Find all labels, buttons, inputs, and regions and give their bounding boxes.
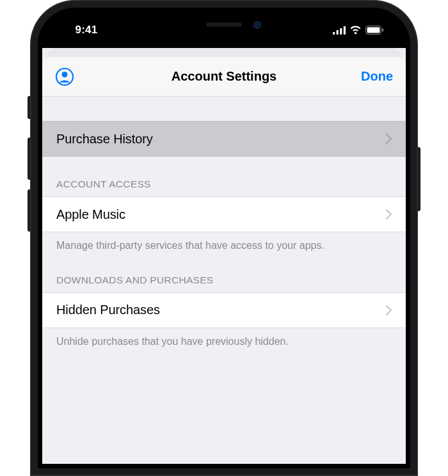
- chevron-right-icon: [386, 134, 392, 144]
- svg-rect-1: [337, 30, 339, 35]
- svg-rect-5: [367, 28, 380, 33]
- volume-up-button: [28, 138, 30, 180]
- page-title: Account Settings: [42, 69, 406, 84]
- done-button[interactable]: Done: [361, 69, 393, 84]
- cell-label: Purchase History: [56, 132, 153, 147]
- svg-rect-0: [333, 32, 335, 35]
- notch: [150, 12, 298, 36]
- phone-frame: 9:41: [30, 0, 418, 476]
- downloads-header: DOWNLOADS AND PURCHASES: [42, 253, 406, 292]
- svg-rect-6: [382, 29, 383, 32]
- mute-switch: [28, 96, 30, 119]
- svg-rect-3: [344, 26, 346, 35]
- svg-rect-2: [340, 28, 342, 35]
- profile-button[interactable]: [55, 67, 74, 86]
- chevron-right-icon: [386, 209, 392, 219]
- screen: 9:41: [42, 12, 406, 464]
- cell-label: Hidden Purchases: [56, 303, 160, 317]
- cell-label: Apple Music: [56, 207, 125, 222]
- downloads-footer: Unhide purchases that you have previousl…: [42, 328, 406, 349]
- status-icons: [333, 22, 384, 35]
- front-camera: [253, 21, 261, 29]
- apple-music-cell[interactable]: Apple Music: [42, 196, 406, 232]
- speaker-grille: [206, 22, 242, 27]
- account-access-footer: Manage third-party services that have ac…: [42, 232, 406, 253]
- chevron-right-icon: [386, 305, 392, 315]
- modal-sheet: Account Settings Done Purchase History A…: [42, 57, 406, 464]
- volume-down-button: [28, 189, 30, 232]
- account-access-header: ACCOUNT ACCESS: [42, 157, 406, 196]
- settings-list: Purchase History ACCOUNT ACCESS Apple Mu…: [42, 97, 406, 348]
- battery-icon: [365, 26, 384, 35]
- purchase-history-cell[interactable]: Purchase History: [42, 121, 406, 157]
- hidden-purchases-cell[interactable]: Hidden Purchases: [42, 292, 406, 328]
- nav-bar: Account Settings Done: [42, 57, 406, 97]
- wifi-icon: [349, 26, 362, 35]
- person-circle-icon: [55, 67, 74, 86]
- status-time: 9:41: [64, 20, 109, 36]
- svg-point-8: [62, 72, 68, 77]
- cellular-icon: [333, 26, 346, 35]
- power-button: [418, 147, 420, 211]
